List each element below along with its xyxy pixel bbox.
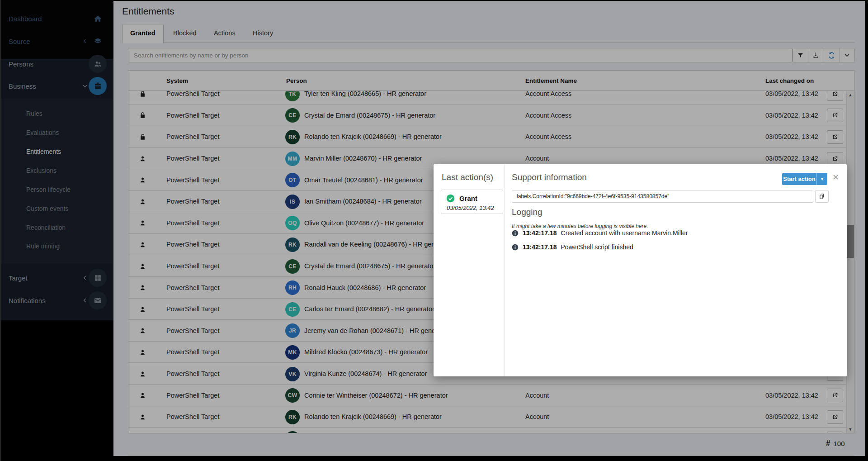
logging-title: Logging <box>512 207 542 217</box>
log-entry: 13:42:17.18 Created account with usernam… <box>512 229 688 237</box>
info-icon <box>512 244 519 251</box>
success-check-icon <box>446 194 455 203</box>
last-actions-title: Last action(s) <box>442 172 493 182</box>
log-time: 13:42:17.18 <box>523 243 557 251</box>
copy-icon <box>819 193 825 200</box>
last-action-card[interactable]: Grant 03/05/2022, 13:42 <box>441 190 503 214</box>
close-icon[interactable]: ✕ <box>832 173 839 181</box>
action-date: 03/05/2022, 13:42 <box>447 204 494 211</box>
log-message: PowerShell script finished <box>561 243 633 251</box>
start-action-caret[interactable]: ▼ <box>816 173 827 185</box>
start-action-label: Start action <box>782 176 816 182</box>
log-message: Created account with username Marvin.Mil… <box>561 229 688 237</box>
copy-button[interactable] <box>815 190 829 203</box>
log-entry: 13:42:17.18 PowerShell script finished <box>512 243 633 251</box>
logging-note: It might take a few minutes before loggi… <box>512 223 648 229</box>
log-time: 13:42:17.18 <box>523 229 557 237</box>
correlation-id-input[interactable] <box>512 190 813 203</box>
last-actions-panel: Last action(s) Grant 03/05/2022, 13:42 <box>434 164 505 376</box>
entitlement-detail-popup: Last action(s) Grant 03/05/2022, 13:42 S… <box>434 164 847 376</box>
start-action-button[interactable]: Start action ▼ <box>782 173 827 185</box>
info-icon <box>512 230 519 237</box>
support-information-title: Support information <box>512 172 587 182</box>
action-name: Grant <box>459 195 477 202</box>
